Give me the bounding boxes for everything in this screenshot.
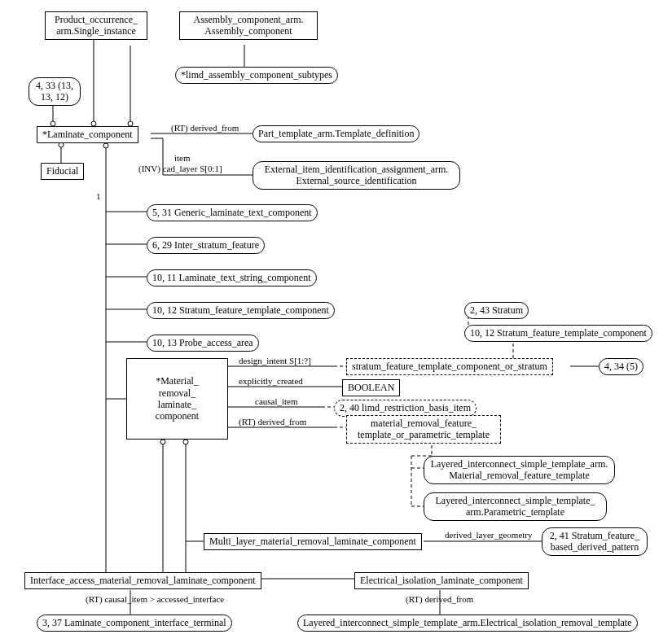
entity-material-removal-laminate-component: *Material_removal_laminate_component — [126, 358, 228, 440]
cardinality-1: 1 — [96, 191, 101, 201]
svg-point-15 — [103, 143, 108, 148]
entity-material-removal-feature-template: Layered_interconnect_simple_template_arm… — [424, 456, 615, 484]
label: Electrical_isolation_laminate_component — [360, 575, 523, 586]
attr-causal-item: causal_item — [255, 396, 298, 406]
entity-external-source-id: External_item_identification_assignment_… — [253, 161, 460, 190]
page-ref-4-34: 4, 34 (5) — [599, 358, 643, 375]
entity-laminate-component: *Laminate_component — [37, 126, 138, 143]
label: BOOLEAN — [348, 382, 394, 393]
ref-lcit: 3, 37 Laminate_component_interface_termi… — [37, 615, 232, 632]
sub-laminate-text-string: 10, 11 Laminate_text_string_component — [147, 269, 317, 287]
label: 2, 40 limd_restriction_basis_item — [340, 402, 471, 413]
label: 4, 33 (13,13, 12) — [36, 80, 73, 103]
label: 4, 34 (5) — [604, 361, 638, 372]
label: 2, 41 Stratum_feature_based_derived_patt… — [550, 530, 639, 553]
page-ref-4-33: 4, 33 (13,13, 12) — [29, 77, 81, 106]
label: Product_occurrence_arm.Single_instance — [55, 14, 138, 37]
entity-part-template-def: Part_template_arm.Template_definition — [253, 125, 419, 142]
type-boolean: BOOLEAN — [342, 379, 400, 396]
attr-derived-from-3: (RT) derived_from — [406, 594, 473, 604]
label: 3, 37 Laminate_component_interface_termi… — [42, 617, 226, 628]
label: 10, 12 Stratum_feature_template_componen… — [470, 327, 647, 339]
label: External_item_identification_assignment_… — [265, 164, 449, 186]
label: 6, 29 Inter_stratum_feature — [152, 239, 259, 251]
label: *Laminate_component — [42, 129, 133, 140]
attr-inv-cad-layer: (INV) cad_layer S[0:1] — [138, 164, 222, 173]
label: 2, 43 Stratum — [470, 304, 523, 316]
ref-limd-restriction-basis: 2, 40 limd_restriction_basis_item — [334, 400, 477, 417]
sub-generic-laminate-text: 5, 31 Generic_laminate_text_component — [147, 204, 318, 221]
select-mrft-or-param: material_removal_feature_template_or_par… — [346, 415, 501, 444]
svg-point-39 — [160, 440, 165, 444]
entity-product-occurrence: Product_occurrence_arm.Single_instance — [45, 11, 147, 40]
label: Layered_interconnect_simple_template_arm… — [436, 495, 595, 518]
sub-stratum-feature-template: 10, 12 Stratum_feature_template_componen… — [147, 302, 335, 319]
label: *limd_assembly_component_subtypes — [181, 69, 332, 81]
sub-probe-access-area: 10, 13 Probe_access_area — [147, 335, 259, 352]
attr-derived-layer-geometry: derived_layer_geometry — [445, 530, 533, 540]
label: Part_template_arm.Template_definition — [258, 128, 414, 139]
select-limd-subtypes: *limd_assembly_component_subtypes — [175, 67, 338, 84]
attr-causal-accessed-interface: (RT) causal_item > accessed_interface — [86, 594, 224, 604]
label: Layered_interconnect_simple_template_arm… — [431, 458, 608, 481]
attr-derived-from-2: (RT) derived_from — [239, 417, 306, 426]
attr-derived-from: (RT) derived_from — [171, 123, 239, 133]
label: *Material_removal_laminate_component — [156, 375, 199, 422]
label: Interface_access_material_removal_lamina… — [30, 575, 256, 586]
label: 10, 13 Probe_access_area — [152, 337, 253, 348]
ref-sftc: 10, 12 Stratum_feature_template_componen… — [464, 325, 652, 342]
ref-stratum: 2, 43 Stratum — [464, 302, 529, 319]
entity-multi-layer-mrlc: Multi_layer_material_removal_laminate_co… — [204, 533, 422, 550]
entity-fiducial: Fiducial — [41, 163, 84, 180]
svg-point-41 — [183, 440, 188, 444]
entity-electrical-isolation-laminate-component: Electrical_isolation_laminate_component — [354, 572, 529, 589]
label: Fiducial — [46, 165, 78, 177]
sub-inter-stratum-feature: 6, 29 Inter_stratum_feature — [147, 237, 265, 254]
entity-assembly-component: Assembly_component_arm.Assembly_componen… — [179, 11, 318, 40]
attr-explicitly-created: explicitly_created — [239, 376, 303, 386]
attr-design-intent: design_intent S[1:?] — [239, 356, 311, 365]
label: 10, 11 Laminate_text_string_component — [152, 272, 311, 283]
label: Multi_layer_material_removal_laminate_co… — [209, 536, 416, 547]
attr-item: item — [174, 153, 191, 163]
label: material_removal_feature_template_or_par… — [358, 418, 490, 440]
select-sftc-or-stratum: stratum_feature_template_component_or_st… — [346, 358, 553, 375]
entity-electrical-isolation-removal-template: Layered_interconnect_simple_template_arm… — [297, 615, 638, 632]
entity-interface-access-mrlc: Interface_access_material_removal_lamina… — [24, 572, 261, 589]
label: 5, 31 Generic_laminate_text_component — [152, 207, 312, 218]
ref-sfbdp: 2, 41 Stratum_feature_based_derived_patt… — [542, 527, 648, 556]
label: stratum_feature_template_component_or_st… — [352, 361, 547, 372]
entity-parametric-template: Layered_interconnect_simple_template_arm… — [424, 492, 607, 521]
label: Layered_interconnect_simple_template_arm… — [303, 617, 632, 628]
label: Assembly_component_arm.Assembly_componen… — [194, 14, 304, 37]
label: 10, 12 Stratum_feature_template_componen… — [152, 304, 329, 316]
